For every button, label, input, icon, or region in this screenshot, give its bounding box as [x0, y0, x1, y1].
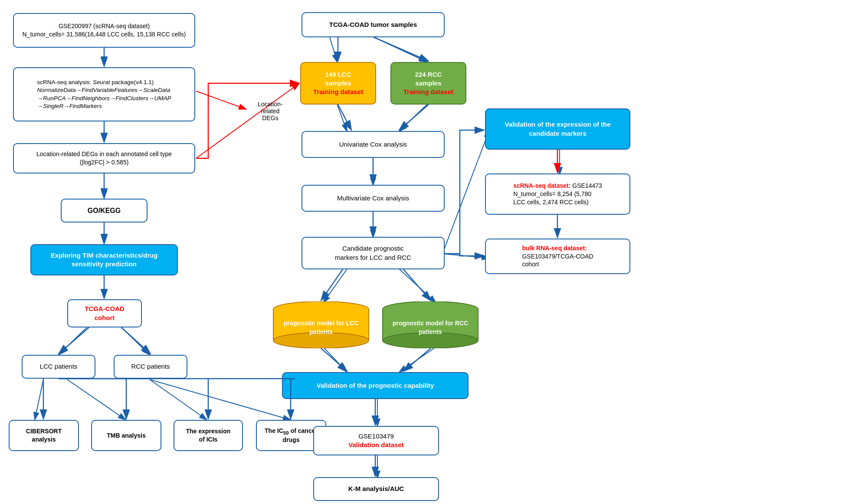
gse103479-text: GSE103479Validation dataset [348, 432, 404, 450]
cibersort-box: CIBERSORTanalysis [9, 420, 79, 451]
svg-line-16 [330, 37, 337, 62]
candidate-markers-text: Candidate prognosticmarkers for LCC and … [335, 244, 411, 262]
location-degs-text: Location-related DEGs in each annotated … [36, 150, 172, 167]
svg-line-69 [321, 348, 347, 371]
svg-line-14 [196, 91, 246, 109]
tmb-text: TMB analysis [107, 432, 145, 440]
tmb-box: TMB analysis [91, 420, 161, 451]
svg-line-24 [323, 347, 347, 372]
multivariate-cox-text: Multivariate Cox analysis [337, 194, 409, 203]
svg-line-11 [67, 380, 126, 420]
rcc-patients-box: RCC patients [114, 355, 187, 379]
validation-prognostic-box: Validation of the prognostic capability [282, 372, 469, 399]
svg-line-9 [121, 327, 150, 355]
validation-prognostic-text: Validation of the prognostic capability [317, 381, 434, 390]
scrna-analysis-box: scRNA-seq analysis: Seurat package(v4.1.… [13, 67, 195, 121]
univariate-cox-text: Univariate Cox analysis [339, 140, 407, 149]
validation-expression-text: Validation of the expression of thecandi… [505, 120, 610, 138]
svg-line-8 [59, 327, 87, 355]
go-kegg-box: GO/KEGG [61, 199, 147, 223]
tcga-source-text: TCGA-COAD tumor samples [329, 20, 417, 29]
lcc-patients-text: LCC patients [40, 362, 78, 371]
svg-line-18 [337, 104, 347, 131]
prognostic-rcc-cylinder: prognostic model for RCC patients [382, 301, 479, 348]
scrna-analysis-text: scRNA-seq analysis: Seurat package(v4.1.… [37, 79, 171, 110]
rcc-patients-text: RCC patients [131, 362, 170, 371]
ic50-text: The IC50 of cancerdrugs [265, 427, 318, 444]
km-analysis-box: K-M analysis/AUC [313, 477, 439, 501]
scrna-gse14473-text: scRNA-seq dataset: GSE14473 N_tumor_cell… [513, 182, 602, 206]
cibersort-text: CIBERSORTanalysis [26, 427, 62, 444]
tcga-source-box: TCGA-COAD tumor samples [301, 12, 445, 37]
scrna-gse14473-box: scRNA-seq dataset: GSE14473 N_tumor_cell… [485, 173, 630, 215]
rcc-samples-text: 224 RCCsamplesTraining dataset [403, 70, 453, 97]
bulk-rna-box: bulk RNA-seq dataset: GSE103479/TCGA-COA… [485, 239, 630, 274]
svg-line-12 [150, 380, 207, 420]
svg-line-23 [399, 269, 436, 303]
svg-line-29 [442, 130, 489, 254]
svg-text:prognostic model for RCC: prognostic model for RCC [393, 320, 468, 327]
svg-line-17 [373, 37, 427, 62]
svg-line-67 [321, 269, 343, 301]
tim-text: Exploring TIM characteristics/drugsensit… [51, 251, 158, 269]
multivariate-cox-box: Multivariate Cox analysis [301, 185, 445, 212]
svg-line-62 [374, 37, 429, 61]
location-degs-box: Location-related DEGs in each annotated … [13, 143, 195, 173]
univariate-cox-box: Univariate Cox analysis [301, 131, 445, 158]
prognostic-lcc-cylinder: prognostic model for LCC patients [272, 301, 370, 348]
gse-source-text: GSE200997 (scRNA-seq dataset) N_tumor_ce… [22, 22, 186, 39]
svg-line-19 [399, 104, 427, 131]
expression-icis-text: The expressionof ICIs [186, 427, 231, 444]
svg-line-70 [403, 348, 431, 371]
gse-source-box: GSE200997 (scRNA-seq dataset) N_tumor_ce… [13, 13, 195, 48]
svg-text:patients: patients [419, 328, 442, 335]
tim-box: Exploring TIM characteristics/drugsensit… [30, 244, 178, 275]
svg-line-53 [59, 327, 89, 354]
rcc-samples-box: 224 RCCsamplesTraining dataset [390, 62, 466, 105]
svg-line-68 [403, 269, 431, 301]
svg-line-63 [338, 105, 351, 130]
validation-expression-box: Validation of the expression of thecandi… [485, 108, 630, 150]
tcga-cohort-text: TCGA-COADcohort [85, 304, 125, 322]
km-analysis-text: K-M analysis/AUC [348, 484, 404, 493]
candidate-markers-box: Candidate prognosticmarkers for LCC and … [301, 237, 445, 269]
svg-text:patients: patients [309, 328, 333, 335]
svg-line-54 [121, 327, 151, 354]
gse103479-box: GSE103479Validation dataset [313, 426, 439, 455]
svg-line-30 [442, 254, 489, 258]
lcc-samples-box: 149 LCCsamplesTraining dataset [300, 62, 376, 105]
bulk-rna-text: bulk RNA-seq dataset: GSE103479/TCGA-COA… [522, 244, 593, 269]
expression-icis-box: The expressionof ICIs [174, 420, 243, 451]
svg-line-64 [399, 105, 429, 130]
svg-line-10 [35, 380, 43, 420]
lcc-samples-text: 149 LCCsamplesTraining dataset [313, 70, 363, 97]
tcga-cohort-box: TCGA-COADcohort [67, 299, 142, 327]
go-kegg-text: GO/KEGG [88, 206, 121, 216]
location-degs-label: Location-relatedDEGs [246, 95, 294, 127]
lcc-patients-box: LCC patients [22, 355, 95, 379]
svg-line-25 [399, 347, 436, 372]
svg-text:prognostic model for LCC: prognostic model for LCC [284, 320, 359, 327]
svg-line-13 [150, 380, 291, 420]
svg-line-22 [323, 269, 347, 303]
